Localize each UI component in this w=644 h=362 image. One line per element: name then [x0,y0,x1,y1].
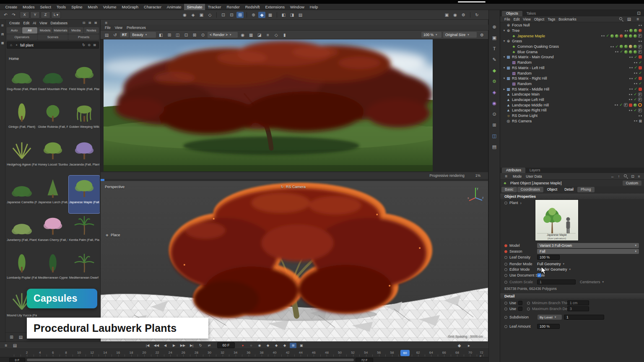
material-swatch[interactable] [620,45,623,48]
visibility-dots[interactable] [634,83,637,84]
compare-wipe-icon[interactable]: ◪ [256,32,263,38]
object-row[interactable]: ▧Random✓ [500,70,644,76]
viewport-filter-icon[interactable]: ◧ [280,12,287,18]
timeline-menu-icon[interactable]: ≡ [3,342,10,349]
custom-button[interactable]: Custom [623,181,641,186]
asset-subtab-operators[interactable]: Operators [7,34,37,40]
visibility-dots[interactable] [629,94,632,95]
panel-menu-icon[interactable]: ≡ [636,174,641,179]
anim-dot[interactable] [527,302,530,305]
object-row[interactable]: ☼RS Dome Light [500,113,644,119]
quantize-icon[interactable]: ▦ [267,12,274,18]
anim-dot[interactable] [504,325,507,328]
object-row[interactable]: ▸▦RS Matrix - Middle Hill✓ [500,86,644,92]
lock-view-icon[interactable]: ⊙ [199,32,206,38]
om-menu-file[interactable]: File [503,17,512,21]
render-history-icon[interactable]: ↺ [112,32,119,38]
enabled-check[interactable]: ✓ [634,66,637,70]
render-settings-icon[interactable]: ⚙ [460,12,467,18]
loop-icon[interactable]: ↻ [197,343,204,348]
prev-key-icon[interactable]: ◀◀ [153,343,160,348]
goto-end-icon[interactable]: ▶| [188,343,195,348]
material-swatch[interactable] [639,29,642,32]
om-tab-takes[interactable]: Takes [522,11,540,16]
asset-item[interactable]: Juneberry (Fall, Plant) [6,213,37,251]
enabled-check[interactable]: ✓ [634,77,637,80]
asset-tab-all[interactable]: All [22,27,37,34]
subdivision-mode-dropdown[interactable]: By Level [538,315,562,320]
model-mode-icon[interactable]: ◈ [190,12,197,18]
attr-burger-icon[interactable]: ≡ [503,173,510,179]
om-tab-objects[interactable]: Objects [502,11,522,16]
render-mode-dropdown[interactable]: Full Geometry [537,262,564,266]
material-swatch[interactable] [634,29,637,32]
volumes-icon[interactable]: ⊞ [491,122,498,128]
enabled-check[interactable]: ✓ [634,55,637,59]
asset-item[interactable]: Kentia Palm (Fall, Plant) [69,213,100,251]
zoom-dropdown[interactable]: 100 % [421,32,441,38]
menu-animate[interactable]: Animate [164,4,184,10]
position-key-icon[interactable]: ◆ [265,343,271,348]
visibility-dots[interactable] [625,30,628,31]
enabled-check[interactable]: ✓ [606,34,609,38]
asset-item[interactable]: Golden Weeping Willo... [69,100,100,138]
visibility-dots[interactable] [615,104,618,106]
save-image-icon[interactable]: ▤ [103,32,110,38]
visibility-dots[interactable] [634,62,637,63]
generators-icon[interactable]: ⚙ [491,78,498,85]
f-tag-icon[interactable]: F [638,45,642,49]
object-row[interactable]: ▲Landscape Right Hill✓F [500,108,644,113]
menu-tools[interactable]: Tools [54,4,68,10]
autokey-icon[interactable]: ○ [248,343,254,348]
home-icon[interactable]: ⌂ [9,43,13,47]
enabled-check[interactable]: ✓ [634,98,637,101]
object-row[interactable]: ♣Japanese Maple✓F [500,33,644,39]
enabled-check[interactable]: ✓ [619,103,623,107]
key-nav-icon[interactable]: ◆ [456,342,463,349]
back-icon[interactable]: ← [610,174,615,179]
channels-icon[interactable]: ◧ [157,32,164,38]
visibility-dots[interactable] [634,72,637,74]
f-tag-icon[interactable]: F [638,93,642,96]
selection-tag-icon[interactable] [638,103,642,107]
asset-tab-media[interactable]: Media [68,27,83,34]
asset-menu-view[interactable]: View [38,21,49,25]
layout-c-icon[interactable]: ▦ [0,41,5,45]
edges-mode-icon[interactable]: ⊟ [228,12,235,18]
f-tag-icon[interactable]: F [638,109,642,112]
asset-tab-materials[interactable]: Materials [53,27,68,34]
axis-x-button[interactable]: X [20,11,29,18]
leaf-density-field[interactable]: 100 % [537,255,560,260]
visibility-dots[interactable] [629,88,633,90]
menu-extensions[interactable]: Extensions [262,4,287,10]
play-icon[interactable]: ▶ [171,343,177,348]
asset-menu-databases[interactable]: Databases [49,21,69,25]
anim-dot[interactable] [504,202,507,204]
enabled-check[interactable]: ✓ [634,93,637,96]
record-icon[interactable]: ● [239,343,246,348]
menu-modes[interactable]: Modes [20,4,38,10]
f-tag-icon[interactable]: F [638,50,642,54]
asset-subtab-scenes[interactable]: Scenes [38,34,68,40]
object-row[interactable]: ▾▦RS Matrix - Left Hill✓ [500,65,644,71]
scale-key-icon[interactable]: ◆ [273,343,280,348]
asset-item[interactable]: Japanese Larch (Fall, Pl... [37,176,68,213]
visibility-dots[interactable] [634,120,637,122]
workplane-icon[interactable]: ◇ [206,12,213,18]
f-tag-icon[interactable]: F [638,34,642,38]
object-row[interactable]: ♣Common Quaking Grass✓F [500,44,644,49]
pen-tool-icon[interactable]: ✎ [491,56,498,63]
redshift-tag-icon[interactable] [639,77,642,80]
menu-render[interactable]: Render [224,4,242,10]
isolate-icon[interactable]: ◨ [288,12,296,18]
menu-character[interactable]: Character [141,4,164,10]
subdivision-field[interactable]: 1 [564,315,604,320]
om-menu-edit[interactable]: Edit [512,17,522,21]
menu-tracker[interactable]: Tracker [205,4,224,10]
polygons-mode-icon[interactable]: ⊞ [236,12,244,18]
cube-primitive-icon[interactable]: ◆ [491,67,498,74]
anim-dot[interactable] [504,274,507,277]
render-picture-viewer-icon[interactable]: ◉ [452,12,459,18]
parameter-key-icon[interactable]: ⊞ [290,343,296,348]
asset-item[interactable]: Ginkgo (Fall, Plant) [6,100,37,138]
